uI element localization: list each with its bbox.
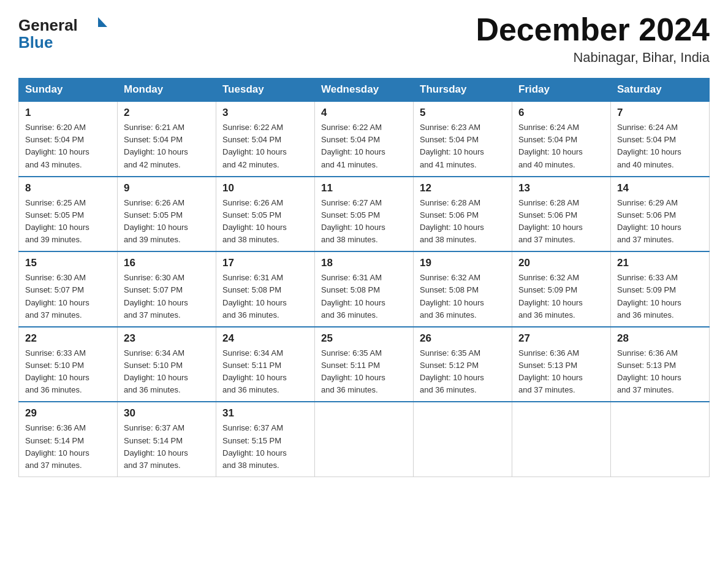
svg-text:Blue: Blue bbox=[18, 33, 53, 52]
day-number: 15 bbox=[25, 257, 111, 269]
calendar-cell: 7 Sunrise: 6:24 AMSunset: 5:04 PMDayligh… bbox=[611, 101, 710, 177]
day-detail: Sunrise: 6:34 AMSunset: 5:11 PMDaylight:… bbox=[222, 348, 287, 394]
svg-marker-1 bbox=[98, 17, 107, 27]
day-number: 3 bbox=[222, 107, 308, 119]
calendar-week-2: 8 Sunrise: 6:25 AMSunset: 5:05 PMDayligh… bbox=[19, 177, 710, 252]
col-friday: Friday bbox=[512, 79, 611, 102]
day-detail: Sunrise: 6:31 AMSunset: 5:08 PMDaylight:… bbox=[321, 273, 385, 319]
calendar-cell: 10 Sunrise: 6:26 AMSunset: 5:05 PMDaylig… bbox=[216, 177, 315, 252]
calendar-cell: 22 Sunrise: 6:33 AMSunset: 5:10 PMDaylig… bbox=[19, 327, 118, 402]
day-detail: Sunrise: 6:24 AMSunset: 5:04 PMDaylight:… bbox=[518, 123, 583, 169]
day-number: 24 bbox=[222, 332, 308, 345]
calendar-cell: 2 Sunrise: 6:21 AMSunset: 5:04 PMDayligh… bbox=[118, 101, 216, 177]
day-number: 25 bbox=[321, 332, 407, 345]
day-number: 9 bbox=[124, 182, 210, 194]
day-number: 29 bbox=[25, 407, 111, 419]
month-title: December 2024 bbox=[476, 12, 710, 47]
calendar-cell: 12 Sunrise: 6:28 AMSunset: 5:06 PMDaylig… bbox=[414, 177, 512, 252]
day-number: 11 bbox=[321, 182, 407, 194]
day-detail: Sunrise: 6:28 AMSunset: 5:06 PMDaylight:… bbox=[420, 198, 484, 244]
day-number: 20 bbox=[518, 257, 604, 269]
day-detail: Sunrise: 6:32 AMSunset: 5:09 PMDaylight:… bbox=[518, 273, 583, 319]
calendar-cell: 31 Sunrise: 6:37 AMSunset: 5:15 PMDaylig… bbox=[216, 402, 315, 477]
calendar-cell: 29 Sunrise: 6:36 AMSunset: 5:14 PMDaylig… bbox=[19, 402, 118, 477]
logo: General Blue bbox=[18, 12, 116, 52]
day-detail: Sunrise: 6:21 AMSunset: 5:04 PMDaylight:… bbox=[124, 123, 188, 169]
day-number: 22 bbox=[25, 332, 111, 345]
calendar-cell: 25 Sunrise: 6:35 AMSunset: 5:11 PMDaylig… bbox=[315, 327, 414, 402]
day-number: 4 bbox=[321, 107, 407, 119]
location: Nabinagar, Bihar, India bbox=[476, 50, 710, 66]
calendar-cell: 8 Sunrise: 6:25 AMSunset: 5:05 PMDayligh… bbox=[19, 177, 118, 252]
day-detail: Sunrise: 6:37 AMSunset: 5:14 PMDaylight:… bbox=[124, 423, 188, 469]
day-detail: Sunrise: 6:28 AMSunset: 5:06 PMDaylight:… bbox=[518, 198, 583, 244]
day-number: 2 bbox=[124, 107, 210, 119]
day-detail: Sunrise: 6:36 AMSunset: 5:14 PMDaylight:… bbox=[25, 423, 89, 469]
calendar-cell bbox=[315, 402, 414, 477]
calendar-week-5: 29 Sunrise: 6:36 AMSunset: 5:14 PMDaylig… bbox=[19, 402, 710, 477]
calendar-body: 1 Sunrise: 6:20 AMSunset: 5:04 PMDayligh… bbox=[19, 101, 710, 477]
day-number: 7 bbox=[617, 107, 703, 119]
day-number: 1 bbox=[25, 107, 111, 119]
logo-svg: General Blue bbox=[18, 12, 116, 52]
day-detail: Sunrise: 6:34 AMSunset: 5:10 PMDaylight:… bbox=[124, 348, 188, 394]
day-number: 27 bbox=[518, 332, 604, 345]
calendar-cell bbox=[611, 402, 710, 477]
col-thursday: Thursday bbox=[414, 79, 512, 102]
header-row: Sunday Monday Tuesday Wednesday Thursday… bbox=[19, 79, 710, 102]
day-detail: Sunrise: 6:36 AMSunset: 5:13 PMDaylight:… bbox=[518, 348, 583, 394]
calendar-cell: 23 Sunrise: 6:34 AMSunset: 5:10 PMDaylig… bbox=[118, 327, 216, 402]
svg-text:General: General bbox=[18, 16, 78, 34]
day-number: 12 bbox=[420, 182, 506, 194]
day-number: 14 bbox=[617, 182, 703, 194]
calendar-cell: 28 Sunrise: 6:36 AMSunset: 5:13 PMDaylig… bbox=[611, 327, 710, 402]
day-number: 5 bbox=[420, 107, 506, 119]
page-header: General Blue December 2024 Nabinagar, Bi… bbox=[18, 12, 710, 66]
day-detail: Sunrise: 6:24 AMSunset: 5:04 PMDaylight:… bbox=[617, 123, 681, 169]
col-wednesday: Wednesday bbox=[315, 79, 414, 102]
calendar-cell: 15 Sunrise: 6:30 AMSunset: 5:07 PMDaylig… bbox=[19, 251, 118, 327]
day-number: 31 bbox=[222, 407, 308, 419]
calendar-cell: 26 Sunrise: 6:35 AMSunset: 5:12 PMDaylig… bbox=[414, 327, 512, 402]
calendar-cell: 13 Sunrise: 6:28 AMSunset: 5:06 PMDaylig… bbox=[512, 177, 611, 252]
calendar-week-1: 1 Sunrise: 6:20 AMSunset: 5:04 PMDayligh… bbox=[19, 101, 710, 177]
calendar-cell: 20 Sunrise: 6:32 AMSunset: 5:09 PMDaylig… bbox=[512, 251, 611, 327]
day-number: 21 bbox=[617, 257, 703, 269]
day-number: 30 bbox=[124, 407, 210, 419]
calendar-cell: 18 Sunrise: 6:31 AMSunset: 5:08 PMDaylig… bbox=[315, 251, 414, 327]
day-detail: Sunrise: 6:33 AMSunset: 5:10 PMDaylight:… bbox=[25, 348, 89, 394]
calendar-cell: 16 Sunrise: 6:30 AMSunset: 5:07 PMDaylig… bbox=[118, 251, 216, 327]
day-detail: Sunrise: 6:35 AMSunset: 5:11 PMDaylight:… bbox=[321, 348, 385, 394]
calendar-cell bbox=[512, 402, 611, 477]
day-number: 13 bbox=[518, 182, 604, 194]
col-tuesday: Tuesday bbox=[216, 79, 315, 102]
calendar-cell: 21 Sunrise: 6:33 AMSunset: 5:09 PMDaylig… bbox=[611, 251, 710, 327]
calendar-cell: 27 Sunrise: 6:36 AMSunset: 5:13 PMDaylig… bbox=[512, 327, 611, 402]
day-number: 19 bbox=[420, 257, 506, 269]
day-detail: Sunrise: 6:22 AMSunset: 5:04 PMDaylight:… bbox=[222, 123, 287, 169]
calendar-cell: 9 Sunrise: 6:26 AMSunset: 5:05 PMDayligh… bbox=[118, 177, 216, 252]
day-detail: Sunrise: 6:30 AMSunset: 5:07 PMDaylight:… bbox=[25, 273, 89, 319]
day-detail: Sunrise: 6:20 AMSunset: 5:04 PMDaylight:… bbox=[25, 123, 89, 169]
calendar-cell: 14 Sunrise: 6:29 AMSunset: 5:06 PMDaylig… bbox=[611, 177, 710, 252]
day-detail: Sunrise: 6:26 AMSunset: 5:05 PMDaylight:… bbox=[222, 198, 287, 244]
calendar-week-4: 22 Sunrise: 6:33 AMSunset: 5:10 PMDaylig… bbox=[19, 327, 710, 402]
day-detail: Sunrise: 6:31 AMSunset: 5:08 PMDaylight:… bbox=[222, 273, 287, 319]
calendar-cell: 1 Sunrise: 6:20 AMSunset: 5:04 PMDayligh… bbox=[19, 101, 118, 177]
day-number: 8 bbox=[25, 182, 111, 194]
day-detail: Sunrise: 6:29 AMSunset: 5:06 PMDaylight:… bbox=[617, 198, 681, 244]
day-number: 18 bbox=[321, 257, 407, 269]
calendar-cell: 19 Sunrise: 6:32 AMSunset: 5:08 PMDaylig… bbox=[414, 251, 512, 327]
calendar-cell: 30 Sunrise: 6:37 AMSunset: 5:14 PMDaylig… bbox=[118, 402, 216, 477]
calendar-cell: 6 Sunrise: 6:24 AMSunset: 5:04 PMDayligh… bbox=[512, 101, 611, 177]
calendar-week-3: 15 Sunrise: 6:30 AMSunset: 5:07 PMDaylig… bbox=[19, 251, 710, 327]
day-number: 28 bbox=[617, 332, 703, 345]
day-number: 23 bbox=[124, 332, 210, 345]
calendar-header: Sunday Monday Tuesday Wednesday Thursday… bbox=[19, 79, 710, 102]
day-detail: Sunrise: 6:30 AMSunset: 5:07 PMDaylight:… bbox=[124, 273, 188, 319]
day-detail: Sunrise: 6:35 AMSunset: 5:12 PMDaylight:… bbox=[420, 348, 484, 394]
calendar-cell: 4 Sunrise: 6:22 AMSunset: 5:04 PMDayligh… bbox=[315, 101, 414, 177]
calendar-cell: 3 Sunrise: 6:22 AMSunset: 5:04 PMDayligh… bbox=[216, 101, 315, 177]
title-block: December 2024 Nabinagar, Bihar, India bbox=[476, 12, 710, 66]
col-sunday: Sunday bbox=[19, 79, 118, 102]
